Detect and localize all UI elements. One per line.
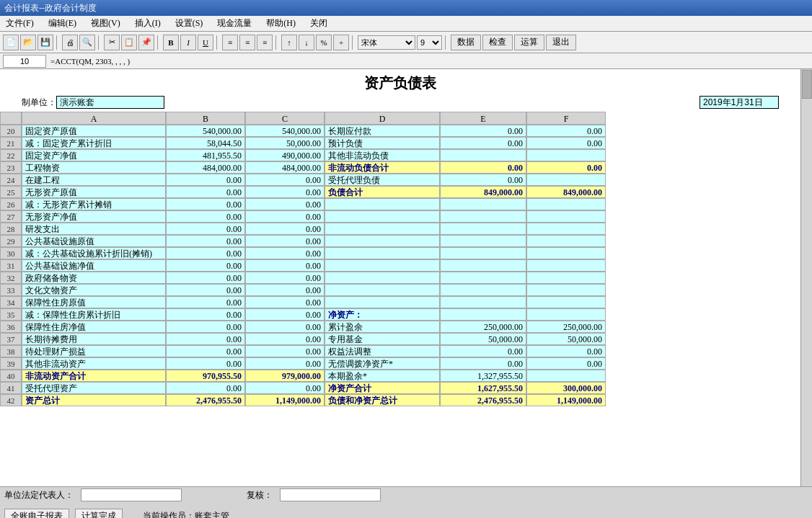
cell-d[interactable]: 无偿调拨净资产* [325,357,440,370]
cell-d[interactable] [325,296,440,308]
cell-d[interactable] [325,272,440,284]
cell-a[interactable]: 公共基础设施原值 [22,235,166,247]
cell-c[interactable]: 0.00 [245,382,325,394]
toolbar-italic[interactable]: I [180,35,196,50]
cell-d[interactable]: 长期应付款 [325,125,440,137]
cell-c[interactable]: 490,000.00 [245,149,325,161]
cell-b[interactable]: 0.00 [166,296,245,308]
cell-f[interactable] [526,223,606,235]
review-input[interactable] [280,488,381,501]
cell-e[interactable]: 0.00 [440,345,526,357]
toolbar-print[interactable]: 🖨 [62,35,78,50]
cell-a[interactable]: 减：公共基础设施累计折旧(摊销) [22,247,166,259]
toolbar-open[interactable]: 📂 [20,35,36,50]
toolbar-extra[interactable]: + [333,35,349,50]
cell-b[interactable]: 0.00 [166,308,245,321]
name-box[interactable] [3,55,46,68]
toolbar-data-btn[interactable]: 数据 [451,35,481,50]
cell-b[interactable]: 2,476,955.50 [166,394,245,406]
cell-c[interactable]: 0.00 [245,321,325,333]
cell-e[interactable] [440,296,526,308]
cell-b[interactable]: 0.00 [166,321,245,333]
toolbar-copy[interactable]: 📋 [121,35,137,50]
cell-d[interactable]: 专用基金 [325,333,440,345]
cell-f[interactable]: 1,149,000.00 [526,394,606,406]
toolbar-underline[interactable]: U [198,35,213,50]
cell-f[interactable]: 0.00 [526,161,606,174]
cell-d[interactable]: 负债合计 [325,186,440,198]
cell-d[interactable]: 净资产： [325,308,440,321]
cell-a[interactable]: 固定资产原值 [22,125,166,137]
cell-a[interactable]: 公共基础设施净值 [22,259,166,272]
cell-d[interactable] [325,247,440,259]
legal-rep-input[interactable] [81,488,182,501]
cell-c[interactable]: 50,000.00 [245,137,325,149]
menu-cashflow[interactable]: 现金流量 [214,17,255,30]
toolbar-align-center[interactable]: ≡ [239,35,255,50]
cell-e[interactable]: 250,000.00 [440,321,526,333]
cell-c[interactable]: 0.00 [245,296,325,308]
cell-b[interactable]: 0.00 [166,382,245,394]
cell-a[interactable]: 固定资产净值 [22,149,166,161]
cell-b[interactable]: 0.00 [166,284,245,296]
cell-a[interactable]: 政府储备物资 [22,272,166,284]
cell-e[interactable]: 849,000.00 [440,186,526,198]
cell-c[interactable]: 0.00 [245,210,325,223]
cell-f[interactable] [526,259,606,272]
cell-a[interactable]: 减：保障性住房累计折旧 [22,308,166,321]
cell-f[interactable]: 300,000.00 [526,382,606,394]
cell-d[interactable]: 权益法调整 [325,345,440,357]
cell-e[interactable]: 0.00 [440,174,526,186]
cell-d[interactable]: 预计负债 [325,137,440,149]
cell-e[interactable]: 50,000.00 [440,333,526,345]
cell-c[interactable]: 0.00 [245,284,325,296]
cell-a[interactable]: 待处理财产损益 [22,345,166,357]
cell-c[interactable]: 0.00 [245,333,325,345]
cell-d[interactable] [325,284,440,296]
cell-d[interactable] [325,198,440,210]
cell-e[interactable] [440,259,526,272]
cell-e[interactable]: 0.00 [440,137,526,149]
cell-e[interactable] [440,235,526,247]
cell-f[interactable] [526,296,606,308]
cell-b[interactable]: 0.00 [166,247,245,259]
cell-a[interactable]: 减：无形资产累计摊销 [22,198,166,210]
date-input[interactable] [700,96,779,109]
cell-e[interactable] [440,247,526,259]
cell-d[interactable]: 其他非流动负债 [325,149,440,161]
cell-c[interactable]: 0.00 [245,174,325,186]
cell-c[interactable]: 0.00 [245,272,325,284]
cell-f[interactable]: 0.00 [526,125,606,137]
cell-a[interactable]: 文化文物资产 [22,284,166,296]
unit-input[interactable] [56,96,164,109]
cell-d[interactable] [325,223,440,235]
cell-e[interactable]: 1,327,955.50 [440,370,526,382]
cell-f[interactable] [526,284,606,296]
cell-d[interactable] [325,235,440,247]
cell-f[interactable]: 0.00 [526,137,606,149]
cell-b[interactable]: 0.00 [166,357,245,370]
toolbar-bold[interactable]: B [163,35,179,50]
toolbar-percent[interactable]: % [316,35,332,50]
cell-a[interactable]: 无形资产原值 [22,186,166,198]
cell-c[interactable]: 1,149,000.00 [245,394,325,406]
cell-b[interactable]: 0.00 [166,333,245,345]
menu-settings[interactable]: 设置(S) [172,17,206,30]
cell-e[interactable]: 2,476,955.50 [440,394,526,406]
font-select[interactable]: 宋体 [358,35,415,50]
scrollbar-thumb[interactable] [802,70,812,99]
cell-e[interactable] [440,272,526,284]
menu-help[interactable]: 帮助(H) [263,17,299,30]
cell-e[interactable]: 0.00 [440,161,526,174]
cell-e[interactable]: 0.00 [440,357,526,370]
menu-insert[interactable]: 插入(I) [132,17,164,30]
cell-f[interactable]: 0.00 [526,345,606,357]
toolbar-preview[interactable]: 🔍 [79,35,95,50]
menu-close[interactable]: 关闭 [307,17,330,30]
cell-f[interactable]: 50,000.00 [526,333,606,345]
cell-b[interactable]: 481,955.50 [166,149,245,161]
cell-d[interactable]: 负债和净资产总计 [325,394,440,406]
toolbar-save[interactable]: 💾 [37,35,53,50]
toolbar-check-btn[interactable]: 检查 [482,35,513,50]
toolbar-new[interactable]: 📄 [3,35,19,50]
